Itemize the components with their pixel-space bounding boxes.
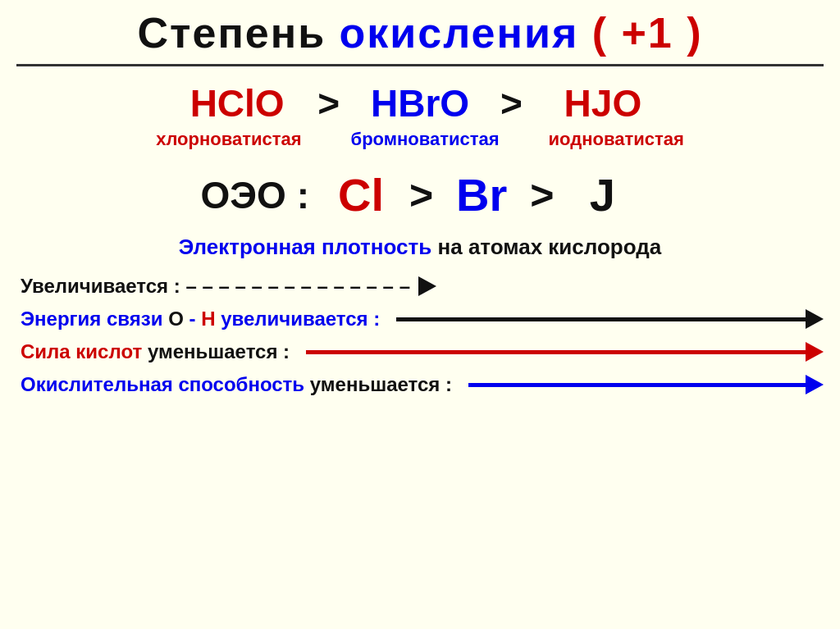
labels-row: хлорноватистая бромноватистая иодноватис… bbox=[16, 129, 824, 150]
oeo-greater2: > bbox=[530, 171, 554, 219]
title-part3: ( +1 ) bbox=[592, 9, 703, 57]
label-hbro: бромноватистая bbox=[351, 129, 500, 150]
energy-row: Энергия связи О - Н увеличивается : bbox=[16, 308, 824, 330]
energy-arrow bbox=[388, 309, 824, 329]
oxidation-label-part1: Окислительная способность bbox=[21, 373, 304, 396]
oxidation-row: Окислительная способность уменьшается : bbox=[16, 373, 824, 396]
acids-row: HClO > HBrO > HJO bbox=[16, 81, 824, 125]
oxidation-arrow bbox=[460, 375, 824, 394]
strength-label-part1: Сила кислот bbox=[21, 340, 142, 363]
oeo-row: ОЭО : Cl > Br > J bbox=[16, 168, 824, 221]
label-hjo: иодноватистая bbox=[549, 129, 684, 150]
label-hclo: хлорноватистая bbox=[156, 129, 301, 150]
electron-density-part1: Электронная плотность bbox=[179, 235, 432, 259]
oeo-greater1: > bbox=[409, 171, 433, 219]
greater1: > bbox=[317, 81, 340, 125]
oxidation-arrow-head bbox=[806, 375, 824, 394]
title-bar: Степень окисления ( +1 ) bbox=[16, 0, 824, 66]
dashed-arrow bbox=[418, 276, 824, 296]
greater2: > bbox=[500, 81, 523, 125]
energy-label-blue: Энергия связи О - Н увеличивается : bbox=[21, 308, 380, 330]
strength-line bbox=[306, 350, 806, 354]
title-part2: окисления bbox=[340, 9, 579, 57]
acid-hclo: HClO bbox=[171, 81, 303, 125]
electron-density: Электронная плотность на атомах кислород… bbox=[16, 235, 824, 260]
dashed-arrow-head bbox=[418, 276, 436, 296]
oeo-j: J bbox=[565, 168, 639, 221]
strength-arrow bbox=[298, 342, 824, 362]
acid-hbro: HBrO bbox=[354, 81, 486, 125]
page: Степень окисления ( +1 ) HClO > HBrO > H… bbox=[0, 0, 840, 629]
oxidation-line bbox=[468, 383, 806, 387]
oxidation-label-part2: уменьшается : bbox=[304, 373, 452, 396]
increase-row: Увеличивается : – – – – – – – – – – – – … bbox=[16, 275, 824, 298]
acid-hjo: HJO bbox=[537, 81, 669, 125]
oeo-br: Br bbox=[445, 168, 518, 221]
strength-label-part2: уменьшается : bbox=[142, 340, 290, 363]
strength-row: Сила кислот уменьшается : bbox=[16, 340, 824, 363]
title-part1: Степень bbox=[137, 9, 326, 57]
energy-arrow-head bbox=[806, 309, 824, 329]
strength-arrow-head bbox=[806, 342, 824, 362]
oeo-cl: Cl bbox=[324, 168, 398, 221]
oeo-label: ОЭО : bbox=[201, 173, 309, 217]
increase-label: Увеличивается : – – – – – – – – – – – – … bbox=[21, 275, 410, 298]
electron-density-part2-text: на атомах кислорода bbox=[438, 235, 662, 259]
energy-line bbox=[396, 317, 806, 321]
